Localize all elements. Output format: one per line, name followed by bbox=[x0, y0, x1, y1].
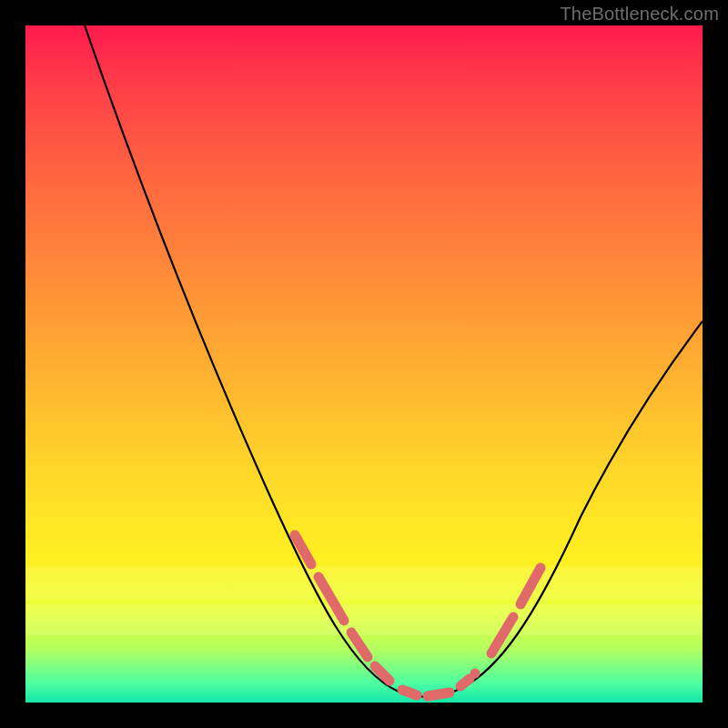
curve-layer bbox=[25, 25, 703, 703]
svg-line-0 bbox=[295, 535, 311, 564]
svg-line-8 bbox=[491, 617, 513, 653]
svg-line-4 bbox=[402, 690, 417, 695]
svg-line-6 bbox=[460, 679, 470, 686]
svg-point-7 bbox=[470, 669, 480, 679]
svg-line-1 bbox=[318, 577, 344, 621]
svg-line-9 bbox=[521, 568, 541, 604]
svg-line-5 bbox=[428, 693, 450, 696]
highlight-segments bbox=[295, 535, 541, 696]
chart-frame: TheBottleneck.com bbox=[0, 0, 728, 728]
bottleneck-curve bbox=[85, 25, 703, 697]
watermark-text: TheBottleneck.com bbox=[560, 4, 719, 25]
plot-area bbox=[25, 25, 703, 703]
